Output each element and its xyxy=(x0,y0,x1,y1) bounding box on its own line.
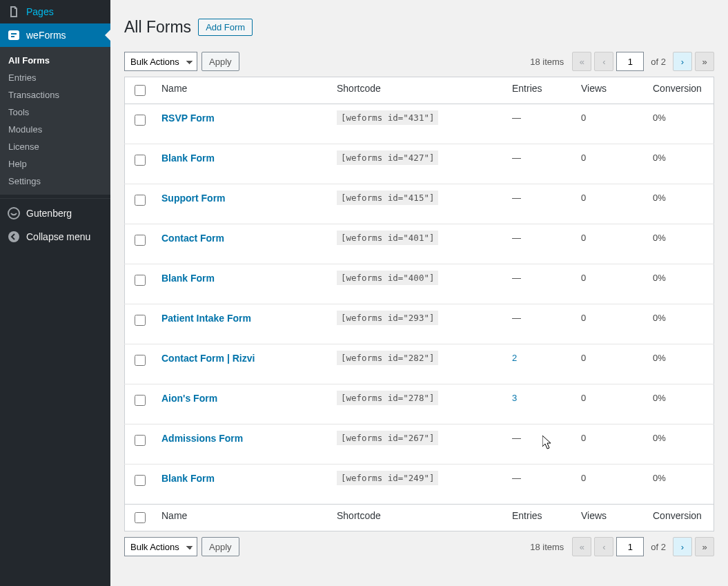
last-page-button[interactable]: » xyxy=(695,537,714,556)
shortcode-text[interactable]: [weforms id="401"] xyxy=(337,231,438,245)
form-title-link[interactable]: RSVP Form xyxy=(161,113,215,124)
page-header: All Forms Add Form xyxy=(124,18,714,37)
row-checkbox[interactable] xyxy=(135,435,146,446)
form-title-link[interactable]: Contact Form xyxy=(161,233,224,244)
row-checkbox[interactable] xyxy=(135,315,146,326)
table-row: Aion's Form[weforms id="278"]300% xyxy=(125,384,714,424)
views-value: 0 xyxy=(581,393,586,403)
tablenav-top: Bulk Actions Apply 18 items « ‹ of 2 › » xyxy=(124,52,714,71)
table-row: Blank Form[weforms id="427"]—00% xyxy=(125,144,714,184)
row-checkbox[interactable] xyxy=(135,235,146,246)
column-footer-shortcode: Shortcode xyxy=(330,505,505,531)
column-header-name[interactable]: Name xyxy=(155,77,330,104)
form-title-link[interactable]: Blank Form xyxy=(161,473,215,484)
form-title-link[interactable]: Aion's Form xyxy=(161,393,217,404)
weforms-submenu: All Forms Entries Transactions Tools Mod… xyxy=(0,47,110,195)
form-title-link[interactable]: Admissions Form xyxy=(161,433,243,444)
pagination-bottom: 18 items « ‹ of 2 › » xyxy=(530,537,714,556)
entries-value: — xyxy=(512,153,521,163)
column-header-conversion: Conversion xyxy=(646,77,714,104)
svg-point-2 xyxy=(8,231,19,242)
table-row: Contact Form[weforms id="401"]—00% xyxy=(125,224,714,264)
submenu-item-entries[interactable]: Entries xyxy=(0,69,110,86)
shortcode-text[interactable]: [weforms id="400"] xyxy=(337,271,438,285)
forms-table: Name Shortcode Entries Views Conversion … xyxy=(124,77,714,531)
bulk-actions-top: Bulk Actions Apply xyxy=(124,52,239,71)
bulk-actions-bottom: Bulk Actions Apply xyxy=(124,537,239,556)
entries-value: — xyxy=(512,273,521,283)
row-checkbox[interactable] xyxy=(135,395,146,406)
form-title-link[interactable]: Support Form xyxy=(161,193,226,204)
tablenav-bottom: Bulk Actions Apply 18 items « ‹ of 2 › » xyxy=(124,537,714,556)
conversion-value: 0% xyxy=(653,313,666,323)
table-row: Support Form[weforms id="415"]—00% xyxy=(125,184,714,224)
row-checkbox[interactable] xyxy=(135,155,146,166)
page-of-text: of 2 xyxy=(647,542,670,552)
prev-page-button[interactable]: ‹ xyxy=(594,52,613,71)
submenu-item-transactions[interactable]: Transactions xyxy=(0,86,110,104)
column-header-shortcode: Shortcode xyxy=(330,77,505,104)
conversion-value: 0% xyxy=(653,193,666,203)
select-all-top[interactable] xyxy=(135,85,146,96)
shortcode-text[interactable]: [weforms id="282"] xyxy=(337,351,438,365)
shortcode-text[interactable]: [weforms id="267"] xyxy=(337,431,438,445)
form-title-link[interactable]: Blank Form xyxy=(161,153,215,164)
conversion-value: 0% xyxy=(653,353,666,363)
conversion-value: 0% xyxy=(653,113,666,123)
submenu-item-help[interactable]: Help xyxy=(0,155,110,173)
entries-link[interactable]: 3 xyxy=(512,393,517,403)
shortcode-text[interactable]: [weforms id="278"] xyxy=(337,391,438,405)
page-of-text: of 2 xyxy=(647,57,670,67)
sidebar-item-label: Pages xyxy=(26,6,54,17)
apply-button-top[interactable]: Apply xyxy=(201,52,239,71)
sidebar-item-label: Gutenberg xyxy=(26,208,72,219)
form-title-link[interactable]: Patient Intake Form xyxy=(161,313,251,324)
shortcode-text[interactable]: [weforms id="427"] xyxy=(337,150,438,165)
next-page-button[interactable]: › xyxy=(673,537,692,556)
sidebar-item-pages[interactable]: Pages xyxy=(0,0,110,23)
row-checkbox[interactable] xyxy=(135,275,146,286)
apply-button-bottom[interactable]: Apply xyxy=(201,537,239,556)
conversion-value: 0% xyxy=(653,273,666,283)
entries-link[interactable]: 2 xyxy=(512,353,517,363)
row-checkbox[interactable] xyxy=(135,355,146,366)
entries-value: — xyxy=(512,233,521,243)
table-row: Blank Form[weforms id="400"]—00% xyxy=(125,264,714,304)
sidebar-item-weforms[interactable]: weForms xyxy=(0,23,110,47)
gutenberg-icon xyxy=(7,206,21,220)
current-page-input[interactable] xyxy=(616,537,644,556)
views-value: 0 xyxy=(581,233,586,243)
select-all-bottom[interactable] xyxy=(135,512,146,523)
pagination-top: 18 items « ‹ of 2 › » xyxy=(530,52,714,71)
last-page-button[interactable]: » xyxy=(695,52,714,71)
row-checkbox[interactable] xyxy=(135,115,146,126)
first-page-button[interactable]: « xyxy=(572,537,591,556)
weforms-icon xyxy=(7,28,21,42)
form-title-link[interactable]: Blank Form xyxy=(161,273,215,284)
submenu-item-tools[interactable]: Tools xyxy=(0,104,110,121)
table-row: Blank Form[weforms id="249"]—00% xyxy=(125,465,714,505)
submenu-item-modules[interactable]: Modules xyxy=(0,121,110,138)
submenu-item-all-forms[interactable]: All Forms xyxy=(0,52,110,69)
prev-page-button[interactable]: ‹ xyxy=(594,537,613,556)
column-footer-name[interactable]: Name xyxy=(155,505,330,531)
first-page-button[interactable]: « xyxy=(572,52,591,71)
shortcode-text[interactable]: [weforms id="415"] xyxy=(337,191,438,205)
current-page-input[interactable] xyxy=(616,52,644,71)
row-checkbox[interactable] xyxy=(135,195,146,206)
collapse-menu-button[interactable]: Collapse menu xyxy=(0,225,110,248)
next-page-button[interactable]: › xyxy=(673,52,692,71)
shortcode-text[interactable]: [weforms id="249"] xyxy=(337,471,438,485)
submenu-item-license[interactable]: License xyxy=(0,138,110,155)
sidebar-item-gutenberg[interactable]: Gutenberg xyxy=(0,202,110,225)
bulk-action-select-top[interactable]: Bulk Actions xyxy=(124,52,197,71)
row-checkbox[interactable] xyxy=(135,475,146,486)
add-form-button[interactable]: Add Form xyxy=(198,19,253,36)
conversion-value: 0% xyxy=(653,233,666,243)
submenu-item-settings[interactable]: Settings xyxy=(0,173,110,190)
form-title-link[interactable]: Contact Form | Rizvi xyxy=(161,353,255,364)
bulk-action-select-bottom[interactable]: Bulk Actions xyxy=(124,537,197,556)
shortcode-text[interactable]: [weforms id="293"] xyxy=(337,311,438,325)
views-value: 0 xyxy=(581,433,586,443)
shortcode-text[interactable]: [weforms id="431"] xyxy=(337,110,438,125)
